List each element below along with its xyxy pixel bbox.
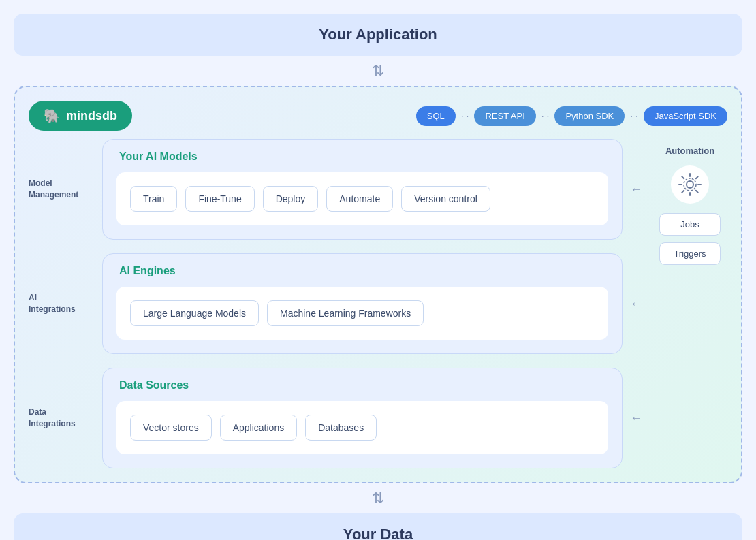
data-sources-card: Data Sources Vector stores Applications … — [102, 368, 623, 468]
svg-point-0 — [687, 181, 693, 188]
main-container: 🐘 mindsdb SQL · · REST API · · Python SD… — [14, 86, 742, 483]
version-control-pill[interactable]: Version control — [401, 186, 490, 212]
databases-pill[interactable]: Databases — [305, 415, 377, 441]
your-data-bar: Your Data — [14, 513, 742, 540]
rest-api-pill[interactable]: REST API — [474, 106, 535, 126]
mindsdb-elephant-icon: 🐘 — [44, 108, 61, 124]
sections-area: ModelManagement Your AI Models Train Fin… — [29, 139, 644, 468]
ml-frameworks-pill[interactable]: Machine Learning Frameworks — [267, 300, 424, 326]
automation-panel: Automation Jobs Triggers — [652, 139, 727, 265]
triggers-label: Triggers — [674, 249, 706, 259]
fine-tune-label: Fine-Tune — [198, 193, 241, 204]
sep3: · · — [630, 110, 638, 121]
ai-models-items: Train Fine-Tune Deploy Automate — [116, 172, 608, 225]
ai-integrations-row: AIIntegrations AI Engines Large Language… — [29, 253, 644, 354]
deploy-pill[interactable]: Deploy — [263, 186, 319, 212]
sql-label: SQL — [427, 111, 445, 121]
train-pill[interactable]: Train — [130, 186, 177, 212]
your-application-title: Your Application — [319, 26, 437, 43]
data-integrations-row: DataIntegrations Data Sources Vector sto… — [29, 368, 644, 468]
sep2: · · — [541, 110, 550, 121]
data-sources-items: Vector stores Applications Databases — [116, 401, 608, 454]
data-integrations-arrow: ← — [628, 411, 644, 426]
automate-label: Automate — [339, 193, 380, 204]
top-arrow: ⇅ — [372, 56, 384, 86]
ai-engines-title: AI Engines — [116, 265, 608, 277]
ml-frameworks-label: Machine Learning Frameworks — [280, 308, 411, 319]
databases-label: Databases — [318, 422, 364, 433]
sep1: · · — [461, 110, 469, 121]
ai-models-title: Your AI Models — [116, 150, 608, 163]
automate-pill[interactable]: Automate — [326, 186, 393, 212]
jobs-label: Jobs — [680, 219, 699, 229]
ai-integrations-arrow: ← — [628, 297, 644, 311]
top-arrow-icon: ⇅ — [372, 62, 384, 80]
jobs-button[interactable]: Jobs — [659, 213, 721, 236]
python-sdk-label: Python SDK — [565, 111, 614, 121]
javascript-sdk-pill[interactable]: JavaScript SDK — [644, 106, 727, 126]
applications-label: Applications — [233, 422, 285, 433]
fine-tune-pill[interactable]: Fine-Tune — [185, 186, 254, 212]
llm-pill[interactable]: Large Language Models — [130, 300, 259, 326]
ai-engines-card: AI Engines Large Language Models Machine… — [102, 253, 623, 354]
automation-gear-icon — [671, 165, 709, 204]
mindsdb-logo: 🐘 mindsdb — [29, 101, 132, 131]
model-management-row: ModelManagement Your AI Models Train Fin… — [29, 139, 644, 240]
model-management-arrow: ← — [628, 182, 644, 197]
vector-stores-label: Vector stores — [143, 422, 199, 433]
ai-models-card: Your AI Models Train Fine-Tune Deploy — [102, 139, 623, 240]
your-data-title: Your Data — [343, 526, 413, 540]
javascript-sdk-label: JavaScript SDK — [655, 111, 716, 121]
automation-title: Automation — [665, 146, 714, 156]
python-sdk-pill[interactable]: Python SDK — [554, 106, 625, 126]
mindsdb-sdk-row: 🐘 mindsdb SQL · · REST API · · Python SD… — [29, 101, 727, 131]
svg-point-1 — [684, 178, 696, 191]
ai-integrations-label: AIIntegrations — [29, 292, 97, 315]
triggers-button[interactable]: Triggers — [659, 242, 721, 265]
applications-pill[interactable]: Applications — [220, 415, 298, 441]
main-diagram: Your Application ⇅ 🐘 mindsdb SQL · · RES… — [14, 14, 742, 540]
sql-pill[interactable]: SQL — [416, 106, 456, 126]
bottom-arrow: ⇅ — [372, 483, 384, 513]
train-label: Train — [143, 193, 164, 204]
ai-engines-items: Large Language Models Machine Learning F… — [116, 287, 608, 340]
version-control-label: Version control — [414, 193, 477, 204]
your-application-bar: Your Application — [14, 14, 742, 56]
data-sources-title: Data Sources — [116, 379, 608, 392]
vector-stores-pill[interactable]: Vector stores — [130, 415, 212, 441]
deploy-label: Deploy — [276, 193, 306, 204]
model-management-label: ModelManagement — [29, 178, 97, 201]
rest-api-label: REST API — [485, 111, 524, 121]
llm-label: Large Language Models — [143, 308, 246, 319]
mindsdb-label: mindsdb — [66, 109, 117, 123]
bottom-arrow-icon: ⇅ — [372, 490, 384, 507]
data-integrations-label: DataIntegrations — [29, 407, 97, 430]
sdk-pills-group: SQL · · REST API · · Python SDK · · Java… — [416, 106, 727, 126]
